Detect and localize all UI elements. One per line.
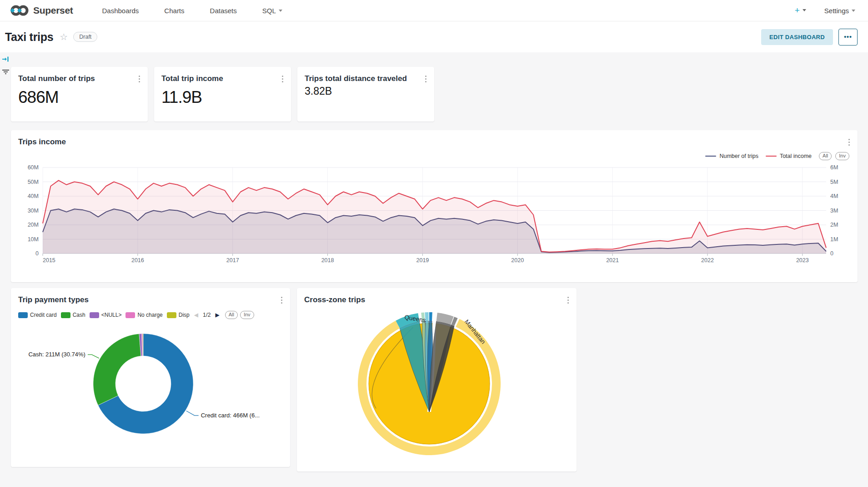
chevron-down-icon [279, 10, 282, 12]
chart-title: Trip payment types [18, 295, 89, 304]
callout-leader-cash [88, 355, 99, 358]
y-left-tick-label: 60M [28, 164, 39, 171]
kpi-title: Total number of trips [18, 74, 95, 83]
y-right-tick-label: 0 [830, 250, 833, 257]
legend-all-button[interactable]: All [225, 311, 238, 319]
x-tick-label: 2015 [43, 257, 55, 264]
kpi-value: 686M [11, 84, 148, 107]
kebab-menu-icon[interactable] [281, 74, 285, 84]
trip-payment-types-chart[interactable]: Cash: 211M (30.74%)Credit card: 466M (6.… [11, 319, 276, 454]
cross-zone-trips-chart[interactable]: QueensManhattan [297, 305, 562, 464]
main-menu: Dashboards Charts Datasets SQL [102, 7, 282, 15]
y-right-tick-label: 1M [830, 236, 838, 243]
filter-funnel-icon[interactable] [2, 70, 9, 74]
x-tick-label: 2019 [416, 257, 429, 264]
x-tick-label: 2023 [796, 257, 809, 264]
x-tick-label: 2021 [606, 257, 619, 264]
y-right-tick-label: 5M [830, 179, 838, 185]
callout-label-credit-card: Credit card: 466M (6... [201, 412, 260, 419]
nav-item-datasets[interactable]: Datasets [210, 7, 237, 15]
kebab-menu-icon[interactable] [280, 295, 284, 305]
y-right-tick-label: 6M [830, 164, 838, 171]
superset-logo[interactable]: Superset [10, 4, 73, 17]
legend-swatch [167, 312, 176, 318]
legend-inv-button[interactable]: Inv [835, 152, 849, 160]
legend-inv-button[interactable]: Inv [240, 311, 254, 319]
legend-prev-page-icon[interactable]: ◀ [194, 312, 199, 318]
kpi-value: 3.82B [297, 84, 434, 97]
legend-item-credit-card[interactable]: Credit card [18, 312, 57, 318]
timeseries-legend: Number of trips Total income All Inv [11, 147, 858, 160]
legend-item-no-charge[interactable]: No charge [125, 312, 162, 318]
legend-page-indicator: 1/2 [203, 312, 211, 318]
page-title: Taxi trips [5, 30, 53, 44]
y-right-tick-label: 2M [830, 222, 838, 228]
series-area-1 [43, 180, 826, 254]
x-tick-label: 2020 [511, 257, 524, 264]
trips-income-chart[interactable]: 2015201620172018201920202021202220230010… [11, 160, 843, 269]
kpi-value: 11.9B [154, 84, 291, 107]
superset-infinity-icon [10, 4, 29, 17]
favorite-star-icon[interactable]: ☆ [60, 31, 68, 42]
y-right-tick-label: 3M [830, 208, 838, 214]
nav-item-dashboards[interactable]: Dashboards [102, 7, 139, 15]
legend-item-number-of-trips[interactable]: Number of trips [705, 153, 758, 159]
pie-slice-cash [93, 334, 141, 405]
pie-slice-disp [143, 334, 143, 356]
legend-item-disp[interactable]: Disp [167, 312, 190, 318]
y-left-tick-label: 10M [28, 236, 39, 243]
kpi-title: Trips total distance traveled [305, 74, 407, 83]
y-left-tick-label: 0 [35, 250, 39, 257]
legend-item-null[interactable]: <NULL> [90, 312, 122, 318]
dashboard-content: Total number of trips 686M Total trip in… [0, 52, 868, 472]
kpi-card-total-distance: Trips total distance traveled 3.82B [297, 67, 434, 122]
x-tick-label: 2022 [701, 257, 714, 264]
kpi-card-total-trips: Total number of trips 686M [11, 67, 148, 122]
trips-income-card: Trips income Number of trips Total incom… [11, 130, 858, 282]
zone-arc-minor-4 [429, 312, 432, 321]
legend-all-button[interactable]: All [819, 152, 832, 160]
callout-label-cash: Cash: 211M (30.74%) [28, 351, 85, 358]
legend-swatch [766, 156, 777, 157]
chart-title: Cross-zone trips [304, 295, 365, 304]
chevron-down-icon [803, 9, 806, 11]
legend-item-cash[interactable]: Cash [61, 312, 85, 318]
y-left-tick-label: 20M [28, 222, 39, 228]
kpi-row: Total number of trips 686M Total trip in… [11, 67, 858, 122]
new-button[interactable]: + [795, 5, 806, 15]
x-tick-label: 2016 [131, 257, 144, 264]
legend-next-page-icon[interactable]: ▶ [215, 312, 220, 318]
kebab-menu-icon[interactable] [137, 74, 141, 84]
y-left-tick-label: 50M [28, 179, 39, 185]
nav-item-charts[interactable]: Charts [164, 7, 184, 15]
top-navbar: Superset Dashboards Charts Datasets SQL … [0, 0, 868, 21]
legend-swatch [705, 156, 716, 157]
kebab-menu-icon[interactable] [566, 295, 570, 305]
pie-legend: Credit card Cash <NULL> No charge Disp ◀… [11, 305, 290, 319]
brand-name: Superset [33, 5, 73, 16]
legend-swatch [61, 312, 70, 318]
trip-payment-types-card: Trip payment types Credit card Cash <NUL… [11, 288, 290, 467]
legend-swatch [125, 312, 135, 318]
edit-dashboard-button[interactable]: EDIT DASHBOARD [761, 29, 833, 45]
dashboard-header: Taxi trips ☆ Draft EDIT DASHBOARD ••• [0, 21, 868, 52]
y-left-tick-label: 30M [28, 208, 39, 214]
nav-item-sql[interactable]: SQL [262, 7, 282, 15]
callout-leader-credit-card [186, 411, 199, 416]
chevron-down-icon [852, 10, 855, 12]
cross-zone-trips-card: Cross-zone trips QueensManhattan [297, 288, 577, 472]
x-tick-label: 2018 [321, 257, 334, 264]
y-left-tick-label: 40M [28, 193, 39, 199]
y-right-tick-label: 4M [830, 193, 838, 199]
dashboard-more-button[interactable]: ••• [838, 29, 858, 46]
legend-swatch [18, 312, 28, 318]
kebab-menu-icon[interactable] [424, 74, 428, 84]
status-badge: Draft [73, 32, 97, 42]
legend-swatch [90, 312, 99, 318]
settings-menu[interactable]: Settings [824, 7, 855, 15]
legend-item-total-income[interactable]: Total income [766, 153, 812, 159]
kpi-title: Total trip income [161, 74, 223, 83]
chart-title: Trips income [18, 137, 66, 147]
kebab-menu-icon[interactable] [847, 137, 851, 147]
expand-filter-bar-icon[interactable] [2, 56, 9, 62]
